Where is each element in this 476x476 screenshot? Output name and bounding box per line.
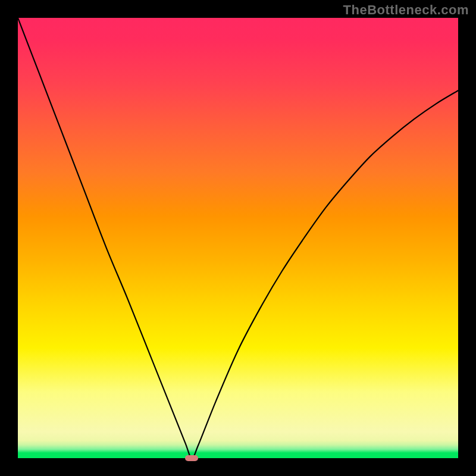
bottleneck-curve: [18, 18, 458, 458]
plot-area: [18, 18, 458, 458]
chart-frame: TheBottleneck.com: [0, 0, 476, 476]
curve-layer: [18, 18, 458, 458]
watermark-text: TheBottleneck.com: [343, 2, 469, 18]
optimal-point-marker: [185, 455, 198, 461]
